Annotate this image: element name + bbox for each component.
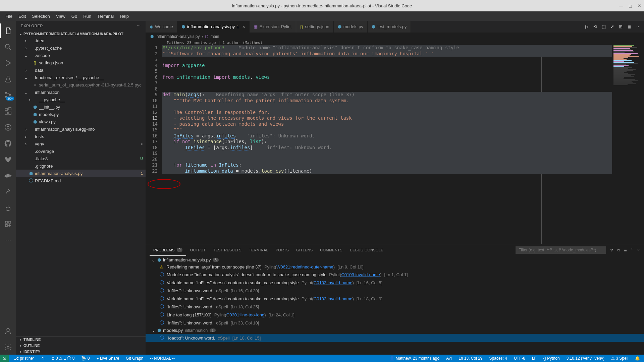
tree-item[interactable]: ⌄.vscode [16, 52, 146, 59]
status-item[interactable]: ↻ [40, 356, 46, 361]
activity-more[interactable]: ⋯ [0, 233, 16, 247]
tree-item[interactable]: ⌄functional_exercises / __pycache__ [16, 74, 146, 81]
panel-tab-comments[interactable]: COMMENTS [316, 244, 346, 256]
tree-item[interactable]: ⬢views.py [16, 118, 146, 125]
activity-search[interactable] [0, 40, 16, 54]
code-editor[interactable]: 12345678910111213141516171819202122 #!/u… [146, 45, 644, 244]
editor-tab[interactable]: ⬢test_models.py [368, 21, 411, 33]
editor-tab[interactable]: {}settings.json [296, 21, 334, 33]
panel-close-icon[interactable]: ✕ [637, 248, 640, 252]
section-timeline[interactable]: ›TIMELINE [16, 337, 146, 343]
tree-item[interactable]: ›data [16, 66, 146, 74]
activity-docker[interactable] [0, 168, 16, 183]
sidebar-actions-icon[interactable]: ⋯ [137, 23, 141, 28]
status-item[interactable]: Spaces: 4 [488, 356, 508, 361]
menu-go[interactable]: Go [69, 12, 80, 20]
problems-file-group[interactable]: ⌄⬢inflammation-analysis.py8 [146, 256, 644, 263]
activity-settings[interactable] [0, 340, 16, 355]
tree-item[interactable]: ›.pytest_cache [16, 44, 146, 52]
problem-item[interactable]: ⓘVariable name "InFiles" doesn't conform… [146, 279, 644, 287]
section-outline[interactable]: ›OUTLINE [16, 343, 146, 349]
tree-item[interactable]: ⓘREADME.md [16, 177, 146, 184]
codelens[interactable]: Matthew, 23 months ago | 1 author (Matth… [146, 41, 644, 45]
code-lines[interactable]: #!/usr/bin/env python3 Module name "infl… [162, 45, 612, 244]
status-item[interactable]: Git Graph [124, 356, 145, 361]
status-item[interactable]: {} Python [542, 356, 561, 361]
editor-tab[interactable]: ⬢inflammation-analysis.py 1× [177, 21, 250, 33]
run-icon[interactable]: ▷ [585, 24, 589, 29]
status-item[interactable]: ● Live Share [95, 356, 120, 361]
menu-selection[interactable]: Selection [29, 12, 52, 20]
activity-extra[interactable] [0, 217, 16, 231]
activity-liveshare[interactable] [0, 184, 16, 199]
menu-run[interactable]: Run [80, 12, 94, 20]
minimap[interactable] [612, 45, 644, 244]
problem-item[interactable]: ⓘ"infiles": Unknown word. cSpell [Ln 33,… [146, 319, 644, 327]
panel-tab-gitlens[interactable]: GITLENS [292, 244, 316, 256]
status-item[interactable]: LF [531, 356, 538, 361]
rerun-icon[interactable]: ⟲ [593, 24, 597, 29]
editor-tab[interactable]: ◆Welcome [146, 21, 177, 33]
tree-item[interactable]: {}settings.json [16, 59, 146, 66]
maximize-button[interactable]: ◻ [629, 3, 632, 8]
panel-tab-debug-console[interactable]: DEBUG CONSOLE [346, 244, 387, 256]
panel-tab-output[interactable]: OUTPUT [186, 244, 209, 256]
menu-file[interactable]: File [3, 12, 15, 20]
problem-item[interactable]: ⓘVariable name "InFiles" doesn't conform… [146, 295, 644, 303]
problems-file-group[interactable]: ⌄⬢models.pyinflammation1 [146, 327, 644, 334]
status-item[interactable]: 👤 Matthew, 23 months ago [388, 356, 441, 361]
tree-item[interactable]: ⬢__init__.py [16, 103, 146, 111]
status-item[interactable]: -- NORMAL -- [149, 356, 176, 361]
menu-view[interactable]: View [53, 12, 68, 20]
panel-maximize-icon[interactable]: ˄ [631, 248, 633, 252]
activity-explorer[interactable] [0, 23, 16, 38]
activity-testing[interactable] [0, 72, 16, 86]
activity-extensions[interactable] [0, 104, 16, 119]
remote-indicator[interactable]: ⇲ [0, 355, 9, 362]
tree-item[interactable]: ⬢models.py [16, 111, 146, 118]
activity-gitlab[interactable] [0, 152, 16, 167]
close-button[interactable]: ✕ [638, 3, 641, 8]
status-item[interactable]: UTF-8 [513, 356, 527, 361]
tree-item[interactable]: ›venv● [16, 140, 146, 147]
editor-tab[interactable]: ⬢models.py [334, 21, 368, 33]
more-icon[interactable]: ⋯ [636, 24, 641, 29]
tree-item[interactable]: .flake8U [16, 155, 146, 162]
compare-icon[interactable]: ⤢ [610, 24, 614, 29]
activity-run[interactable] [0, 56, 16, 70]
activity-project[interactable] [0, 200, 16, 215]
menu-help[interactable]: Help [117, 12, 131, 20]
problem-item[interactable]: ⓘ"loadtxt": Unknown word. cSpell [Ln 18,… [146, 334, 644, 342]
activity-github[interactable] [0, 136, 16, 151]
problem-item[interactable]: ⓘ"infiles": Unknown word. cSpell [Ln 16,… [146, 287, 644, 295]
panel-tab-test-results[interactable]: TEST RESULTS [209, 244, 245, 256]
section-identify[interactable]: ›IDENTIFY [16, 349, 146, 355]
status-item[interactable]: ⊘ 0 ⚠ 1 ⓘ 8 [50, 356, 76, 361]
menu-edit[interactable]: Edit [16, 12, 29, 20]
collapse-all-icon[interactable]: ⧉ [617, 248, 620, 252]
tree-item[interactable]: ›inflammation_analysis.egg-info [16, 125, 146, 133]
status-item[interactable]: 3.10.12 ('venv': venv) [565, 356, 606, 361]
status-item[interactable]: Ln 13, Col 29 [457, 356, 484, 361]
tree-item[interactable]: ⬢inflammation-analysis.py1 [16, 170, 146, 177]
problem-item[interactable]: ⓘLine too long (157/100) Pylint(C0301:li… [146, 311, 644, 319]
split-icon[interactable]: ⊞ [619, 24, 623, 29]
tree-item[interactable]: .gitignore [16, 162, 146, 170]
tree-item[interactable]: ›tests [16, 133, 146, 140]
activity-accounts[interactable] [0, 324, 16, 339]
menu-terminal[interactable]: Terminal [95, 12, 116, 20]
tree-item[interactable]: ⌄inflammation [16, 88, 146, 96]
view-as-list-icon[interactable]: ≣ [624, 248, 627, 252]
problem-item[interactable]: ⓘModule name "inflammation-analysis" doe… [146, 270, 644, 279]
status-item[interactable]: 🔔 [634, 356, 641, 361]
tree-item[interactable]: ›.idea [16, 37, 146, 44]
problem-item[interactable]: ⚠Redefining name 'args' from outer scope… [146, 263, 644, 270]
tree-item[interactable]: .coverage [16, 147, 146, 155]
tree-item[interactable]: ≡serial_sum_of_squares.cpython-310-pytes… [16, 81, 146, 88]
status-item[interactable]: ⎇ pristine* [13, 356, 36, 361]
status-item[interactable]: 📡 0 [80, 356, 91, 361]
tree-item[interactable]: ›__pycache__ [16, 96, 146, 103]
filter-icon[interactable]: ⧩ [610, 248, 613, 252]
editor-tab[interactable]: ▦Extension: Pylint [250, 21, 296, 33]
panel-tab-ports[interactable]: PORTS [272, 244, 292, 256]
